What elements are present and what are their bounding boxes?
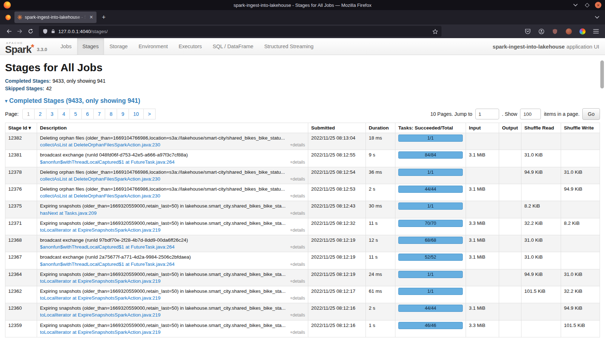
spark-navbar: APACHE Spark* 3.3.0 JobsStagesStorageEnv… (0, 38, 605, 55)
page-button-8[interactable]: 8 (105, 109, 117, 119)
nav-item-storage[interactable]: Storage (104, 38, 133, 55)
stage-id-cell: 12371 (5, 218, 37, 235)
page-button-6[interactable]: 6 (81, 109, 94, 119)
expand-details-link[interactable]: +details (290, 312, 305, 318)
expand-details-link[interactable]: +details (290, 278, 305, 285)
reload-button[interactable] (25, 26, 36, 37)
firefox-view-icon (5, 15, 11, 20)
stage-detail-link[interactable]: toLocalIterator at ExpireSnapshotsSparkA… (40, 311, 161, 318)
container-avatar-button[interactable] (563, 26, 574, 37)
new-tab-button[interactable]: + (99, 12, 109, 22)
shuffle-read-cell (521, 303, 561, 320)
column-header-duration[interactable]: Duration (366, 123, 395, 133)
completed-stages-section-header[interactable]: ▾Completed Stages (9433, only showing 94… (5, 97, 600, 105)
url-bar[interactable]: 127.0.0.1:4040/stages/ (39, 26, 442, 37)
window-minimize-button[interactable] (572, 1, 579, 9)
page-button-2[interactable]: 2 (34, 109, 46, 119)
column-header-output[interactable]: Output (499, 123, 521, 133)
collapse-arrow-icon: ▾ (5, 98, 8, 104)
page-number: 1 (27, 111, 30, 117)
go-button[interactable]: Go (582, 108, 600, 120)
app-menu-button[interactable] (591, 26, 601, 37)
expand-details-link[interactable]: +details (290, 227, 305, 233)
column-header-stage-id[interactable]: Stage Id ▾ (5, 123, 37, 133)
list-all-tabs-button[interactable] (592, 12, 602, 22)
stage-id-cell: 12367 (5, 252, 37, 269)
colorful-extension-button[interactable] (577, 26, 588, 37)
jump-to-page-input[interactable] (475, 109, 499, 119)
nav-item-executors[interactable]: Executors (173, 38, 207, 55)
page-button-1[interactable]: 1 (22, 109, 35, 119)
column-header-shuffle-write[interactable]: Shuffle Write (561, 123, 600, 133)
page-label: Page: (5, 111, 19, 117)
stage-detail-link[interactable]: collectAsList at DeleteOrphanFilesSparkA… (40, 141, 160, 148)
nav-item-environment[interactable]: Environment (133, 38, 173, 55)
description-second-line: $anonfun$withThreadLocalCaptured$1 at Fu… (40, 159, 305, 165)
column-header-description[interactable]: Description (37, 123, 308, 133)
expand-details-link[interactable]: +details (290, 261, 305, 268)
spark-nav-items: JobsStagesStorageEnvironmentExecutorsSQL… (55, 38, 319, 55)
description-cell: Expiring snapshots (older_than=166932055… (37, 303, 308, 320)
tasks-count: 44/44 (425, 306, 436, 311)
spark-logo-link[interactable]: APACHE Spark* 3.3.0 (5, 38, 55, 55)
tracking-protection-shield-icon[interactable] (42, 28, 48, 34)
expand-details-link[interactable]: +details (290, 295, 305, 301)
tab-close-icon[interactable]: × (89, 14, 94, 20)
items-per-page-input[interactable] (520, 109, 541, 119)
stage-detail-link[interactable]: collectAsList at DeleteOrphanFilesSparkA… (40, 176, 160, 182)
browser-tab[interactable]: spark-ingest-into-lakehouse - Stages for… (14, 12, 97, 23)
back-button[interactable] (4, 26, 14, 37)
next-page-button[interactable]: > (143, 109, 156, 119)
shuffle-read-cell: 101.5 KiB (521, 286, 561, 303)
expand-details-link[interactable]: +details (290, 193, 305, 199)
adblock-extension-button[interactable] (550, 26, 560, 37)
tasks-count: 70/70 (425, 221, 436, 226)
page-button-3[interactable]: 3 (46, 109, 58, 119)
connection-lock-icon[interactable] (51, 29, 55, 34)
expand-details-link[interactable]: +details (290, 210, 305, 217)
nav-item-structured-streaming[interactable]: Structured Streaming (259, 38, 319, 55)
stage-detail-link[interactable]: collectAsList at DeleteOrphanFilesSparkA… (40, 192, 160, 199)
page-scrollbar-thumb[interactable] (600, 60, 604, 88)
stage-description: Deleting orphan files (older_than=166910… (40, 135, 305, 141)
firefox-view-button[interactable] (3, 12, 13, 22)
window-maximize-button[interactable] (583, 1, 591, 9)
bookmark-star-button[interactable] (433, 29, 438, 34)
expand-details-link[interactable]: +details (290, 159, 305, 165)
stage-detail-link[interactable]: toLocalIterator at ExpireSnapshotsSparkA… (40, 278, 161, 285)
expand-details-link[interactable]: +details (290, 142, 305, 148)
stage-detail-link[interactable]: toLocalIterator at ExpireSnapshotsSparkA… (40, 227, 161, 233)
nav-item-sql-dataframe[interactable]: SQL / DataFrame (207, 38, 259, 55)
page-button-9[interactable]: 9 (117, 109, 129, 119)
shuffle-read-cell: 32.2 KiB (521, 218, 561, 235)
column-header-submitted[interactable]: Submitted (308, 123, 366, 133)
column-header-tasks-succeeded-total[interactable]: Tasks: Succeeded/Total (395, 123, 466, 133)
save-to-pocket-button[interactable] (522, 26, 533, 37)
column-header-shuffle-read[interactable]: Shuffle Read (521, 123, 561, 133)
forward-button[interactable] (14, 26, 25, 37)
stage-detail-link[interactable]: toLocalIterator at ExpireSnapshotsSparkA… (40, 329, 161, 336)
window-close-button[interactable]: × (595, 2, 601, 8)
column-header-input[interactable]: Input (466, 123, 499, 133)
nav-item-stages[interactable]: Stages (77, 38, 104, 55)
stage-detail-link[interactable]: hasNext at Tasks.java:209 (40, 210, 97, 217)
page-button-10[interactable]: 10 (129, 109, 144, 119)
stage-detail-link[interactable]: $anonfun$withThreadLocalCaptured$1 at Fu… (40, 244, 175, 250)
stage-id-cell: 12362 (5, 286, 37, 303)
account-extension-button[interactable] (536, 26, 547, 37)
description-second-line: toLocalIterator at ExpireSnapshotsSparkA… (40, 329, 305, 336)
expand-details-link[interactable]: +details (290, 176, 305, 182)
nav-item-jobs[interactable]: Jobs (55, 38, 77, 55)
tasks-count: 1/1 (427, 136, 434, 141)
stage-detail-link[interactable]: toLocalIterator at ExpireSnapshotsSparkA… (40, 295, 161, 301)
expand-details-link[interactable]: +details (290, 244, 305, 250)
stage-detail-link[interactable]: $anonfun$withThreadLocalCaptured$1 at Fu… (40, 261, 175, 268)
page-button-4[interactable]: 4 (58, 109, 70, 119)
stage-detail-link[interactable]: $anonfun$withThreadLocalCaptured$1 at Fu… (40, 159, 175, 165)
submitted-cell: 2022/11/25 08:12:53 (308, 184, 366, 201)
expand-details-link[interactable]: +details (290, 329, 305, 336)
stage-id-cell: 12381 (5, 150, 37, 167)
page-number: 10 (133, 111, 139, 117)
page-button-5[interactable]: 5 (70, 109, 82, 119)
page-button-7[interactable]: 7 (93, 109, 106, 119)
